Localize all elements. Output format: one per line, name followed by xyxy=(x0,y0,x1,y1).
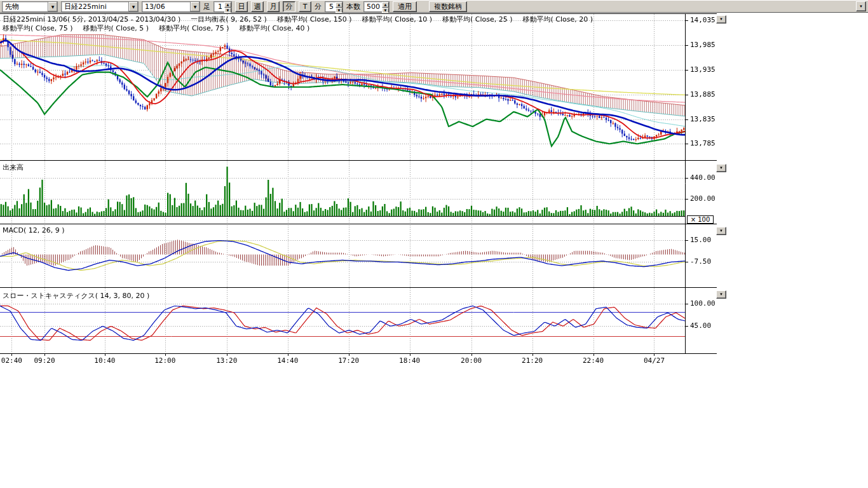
apply-button[interactable]: 適用 xyxy=(393,1,417,12)
time-axis-label: 04/27 xyxy=(640,356,668,365)
stochastics-axis-label: 45.00 xyxy=(690,322,711,330)
contract-month-value: 13/06 xyxy=(142,2,190,11)
bar-count-value: 500 xyxy=(364,2,382,11)
period-minute-button[interactable]: 分 xyxy=(283,1,295,12)
chevron-down-icon[interactable]: ▼ xyxy=(190,2,200,11)
instrument-category-value: 先物 xyxy=(3,2,48,11)
indicator-label: 移動平均( Close, 40 ) xyxy=(240,24,310,32)
time-axis-label: 22:40 xyxy=(580,356,607,365)
volume-axis-label: 200.00 xyxy=(690,194,715,203)
period-weekly-button[interactable]: 週 xyxy=(251,1,264,12)
period-monthly-button[interactable]: 月 xyxy=(267,1,280,12)
time-axis-label: 09:20 xyxy=(31,356,58,365)
symbol-value: 日経225mini xyxy=(62,2,128,11)
chevron-down-icon: ▼ xyxy=(719,229,723,233)
chevron-down-icon: ▼ xyxy=(859,4,863,8)
chevron-down-icon[interactable]: ▼ xyxy=(48,2,57,11)
symbol-select[interactable]: 日経225mini ▼ xyxy=(61,1,139,12)
price-axis-label: 13,785 xyxy=(690,139,715,147)
indicator-label: 移動平均( Close, 25 ) xyxy=(442,15,513,24)
chevron-down-icon: ▼ xyxy=(719,292,723,296)
indicator-label: 一目均衡表( 9, 26, 52 ) xyxy=(191,15,267,24)
chart-canvas[interactable] xyxy=(0,13,728,370)
price-axis-label: 13,985 xyxy=(690,41,715,49)
macd-panel-menu-button[interactable]: ▼ xyxy=(716,227,726,235)
indicator-label: 移動平均( Close, 150 ) xyxy=(277,15,352,24)
spinner-arrows-icon[interactable]: ▲▼ xyxy=(336,2,342,11)
bar-interval-value: 1 xyxy=(214,2,224,11)
time-axis-label: 13:20 xyxy=(213,356,241,365)
minute-value: 5 xyxy=(325,2,336,11)
time-axis-label: 14:40 xyxy=(274,356,302,365)
price-axis-label: 13,835 xyxy=(690,115,715,123)
volume-panel-menu-button[interactable]: ▼ xyxy=(716,164,726,172)
indicator-label: 移動平均( Close, 75 ) xyxy=(3,24,73,32)
toolbar-scroll-button[interactable]: ▼ xyxy=(856,1,866,11)
toolbar: 先物 ▼ 日経225mini ▼ 13/06 ▼ 足 1 ▲▼ 日 週 月 分 … xyxy=(0,0,868,13)
main-panel-title-line2: 移動平均( Close, 75 )移動平均( Close, 5 )移動平均( C… xyxy=(3,24,320,33)
indicator-label: 移動平均( Close, 20 ) xyxy=(523,15,593,24)
volume-multiplier-badge: × 100 xyxy=(687,215,714,224)
stochastics-axis-label: 100.00 xyxy=(690,299,715,308)
macd-panel-label: MACD( 12, 26, 9 ) xyxy=(3,226,65,234)
time-axis-label: 02:40 xyxy=(0,356,25,365)
minute-spinner[interactable]: 5 ▲▼ xyxy=(325,1,343,12)
main-panel-title: 日経225mini 13/06( 5分, 2013/04/25 - 2013/0… xyxy=(3,15,603,24)
trading-chart-app: 先物 ▼ 日経225mini ▼ 13/06 ▼ 足 1 ▲▼ 日 週 月 分 … xyxy=(0,0,868,400)
bar-interval-spinner[interactable]: 1 ▲▼ xyxy=(214,1,232,12)
time-axis-label: 10:40 xyxy=(91,356,119,365)
period-tick-button[interactable]: T xyxy=(299,1,311,12)
volume-axis-label: 440.00 xyxy=(690,173,715,182)
indicator-label: 移動平均( Close, 5 ) xyxy=(83,24,149,32)
price-axis-label: 13,935 xyxy=(690,65,715,74)
macd-axis-label: -7.50 xyxy=(690,257,711,266)
contract-month-select[interactable]: 13/06 ▼ xyxy=(142,1,200,12)
main-panel-menu-button[interactable]: ▼ xyxy=(716,15,726,24)
minute-label: 分 xyxy=(315,2,322,11)
chevron-down-icon: ▼ xyxy=(719,17,723,21)
stochastics-panel-label: スロー・ストキャスティクス( 14, 3, 80, 20 ) xyxy=(3,291,149,301)
period-daily-button[interactable]: 日 xyxy=(235,1,248,12)
chart-area: 日経225mini 13/06( 5分, 2013/04/25 - 2013/0… xyxy=(0,13,868,400)
bar-count-spinner[interactable]: 500 ▲▼ xyxy=(363,1,390,12)
price-axis-label: 13,885 xyxy=(690,90,715,98)
time-axis-label: 17:20 xyxy=(335,356,363,365)
time-axis-label: 18:40 xyxy=(396,356,424,365)
time-axis-label: 21:20 xyxy=(519,356,546,365)
volume-panel-label: 出来高 xyxy=(3,163,24,172)
stochastics-panel-menu-button[interactable]: ▼ xyxy=(716,290,726,299)
chart-symbol-title: 日経225mini 13/06( 5分, 2013/04/25 - 2013/0… xyxy=(3,15,180,24)
bar-count-label: 本数 xyxy=(346,2,360,11)
chevron-down-icon: ▼ xyxy=(719,166,723,170)
spinner-arrows-icon[interactable]: ▲▼ xyxy=(382,2,389,11)
time-axis-label: 20:00 xyxy=(458,356,485,365)
spinner-arrows-icon[interactable]: ▲▼ xyxy=(224,2,231,11)
price-axis-label: 14,035 xyxy=(690,16,715,24)
time-axis-label: 12:00 xyxy=(151,356,179,365)
indicator-label: 移動平均( Close, 75 ) xyxy=(159,24,229,32)
chevron-down-icon[interactable]: ▼ xyxy=(128,2,138,11)
instrument-category-select[interactable]: 先物 ▼ xyxy=(2,1,58,12)
multi-symbol-button[interactable]: 複数銘柄 xyxy=(429,1,467,12)
indicator-label: 移動平均( Close, 10 ) xyxy=(362,15,432,24)
macd-axis-label: 15.00 xyxy=(690,236,711,244)
bar-type-label: 足 xyxy=(203,2,210,11)
